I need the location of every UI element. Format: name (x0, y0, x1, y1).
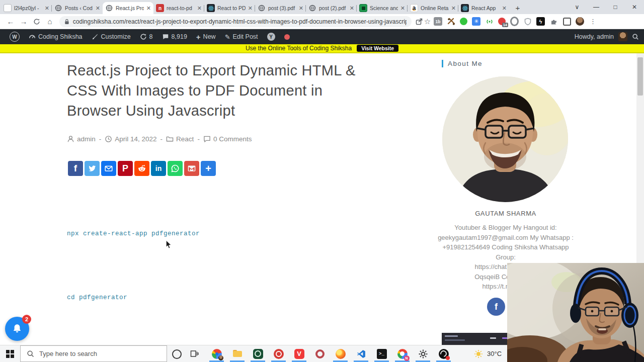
new-tab-button[interactable]: + (511, 1, 524, 14)
taskbar-apps: V>_ (206, 345, 454, 362)
tab-close-icon[interactable]: ✕ (45, 5, 49, 12)
post-author[interactable]: admin (67, 135, 96, 143)
admin-new[interactable]: + New (192, 29, 220, 44)
tab-close-icon[interactable]: ✕ (451, 5, 456, 12)
share-plus-share-icon[interactable]: + (201, 161, 216, 176)
tab-title: l2l4pz0jyl - (14, 5, 42, 11)
cortana-icon[interactable] (172, 349, 182, 359)
tab-close-icon[interactable]: ✕ (350, 5, 354, 12)
admin-search-icon[interactable] (632, 33, 639, 40)
post-category[interactable]: React (166, 135, 194, 143)
browser-tab[interactable]: Science and✕ (357, 2, 408, 14)
whatsapp-share-icon[interactable] (168, 161, 183, 176)
tab-close-icon[interactable]: ✕ (299, 5, 303, 12)
facebook-share-icon[interactable]: f (68, 161, 83, 176)
twitter-share-icon[interactable] (85, 161, 100, 176)
browser-toolbar: ← → ⌂ codingshiksha.com/react/react-js-p… (0, 14, 644, 29)
browser-tab[interactable]: l2l4pz0jyl -✕ (1, 2, 52, 14)
maximize-button[interactable]: □ (606, 0, 625, 14)
extension-square-icon[interactable] (563, 18, 571, 26)
minimize-button[interactable]: — (587, 0, 606, 14)
browser-tab[interactable]: React App✕ (458, 2, 509, 14)
browser-tab[interactable]: nreact-to-pd✕ (153, 2, 204, 14)
linkedin-share-icon[interactable]: in (151, 161, 166, 176)
taskbar-app-vscode[interactable] (351, 345, 371, 362)
sun-icon (474, 349, 483, 358)
taskbar-app-recorder-app[interactable] (268, 345, 289, 362)
admin-edit-post[interactable]: ✎ Edit Post (220, 29, 263, 44)
admin-comments[interactable]: 8,919 (157, 29, 192, 44)
back-icon[interactable]: ← (4, 15, 17, 28)
gmail-share-icon[interactable] (184, 161, 199, 176)
bio-line: Youtuber & Blogger My Hangout id: (434, 223, 578, 233)
browser-tab[interactable]: aOnline Reta✕ (408, 2, 458, 14)
admin-customize[interactable]: Customize (87, 29, 135, 44)
taskbar-app-settings[interactable] (413, 345, 433, 362)
extension-ring-icon[interactable] (510, 17, 519, 26)
admin-updates[interactable]: 8 (135, 29, 157, 44)
wp-logo[interactable]: W (5, 29, 24, 44)
scrollbar-thumb[interactable] (637, 57, 643, 96)
taskbar-app-chrome[interactable] (206, 345, 227, 362)
taskbar-search[interactable]: Type here to search (20, 345, 167, 362)
taskbar-app-terminal[interactable]: >_ (371, 345, 392, 362)
extensions-row: 1b ✳ 14 ϟ ⋮ (434, 17, 597, 26)
extension-broadcast-icon[interactable] (485, 17, 494, 26)
extension-green-circle-icon[interactable] (460, 18, 467, 25)
admin-avatar[interactable] (618, 32, 627, 41)
taskbar-app-firefox[interactable] (330, 345, 351, 362)
post-comments[interactable]: 0 Comments (203, 135, 252, 143)
extension-devtools-icon[interactable] (447, 17, 455, 26)
browser-tab[interactable]: React.js Pro✕ (103, 2, 153, 14)
facebook-follow-button[interactable]: f (487, 298, 505, 316)
extension-lightning-icon[interactable]: ϟ (536, 17, 545, 26)
taskbar-app-file-explorer[interactable] (227, 345, 248, 362)
taskbar-weather[interactable]: 30°C (474, 345, 502, 362)
taskbar-app-camera-app[interactable] (248, 345, 268, 362)
sidebar-heading: About Me (442, 60, 482, 67)
bookmark-star-icon[interactable]: ☆ (423, 17, 432, 26)
taskbar-app-chrome-notif[interactable] (392, 345, 413, 362)
extension-snowflake-icon[interactable]: ✳ (472, 17, 480, 26)
start-button[interactable] (6, 350, 14, 358)
tab-close-icon[interactable]: ✕ (248, 5, 253, 12)
browser-tab[interactable]: post (2).pdf✕ (306, 2, 357, 14)
temperature-label: 30°C (487, 350, 502, 357)
browser-tab[interactable]: post (3).pdf✕ (255, 2, 306, 14)
extension-1b-icon[interactable]: 1b (434, 17, 442, 26)
globe-favicon (308, 4, 316, 12)
task-view-icon[interactable] (190, 349, 199, 360)
extensions-puzzle-icon[interactable] (549, 17, 558, 26)
share-icon[interactable] (415, 17, 423, 26)
close-button[interactable]: ✕ (625, 0, 644, 14)
forward-icon[interactable]: → (17, 15, 30, 28)
code-snippet: npx create-react-app pdfgenerator (67, 230, 200, 237)
profile-avatar[interactable] (576, 17, 584, 26)
tab-close-icon[interactable]: ✕ (96, 5, 100, 12)
brush-icon (92, 33, 99, 40)
visit-website-button[interactable]: Visit Website (357, 45, 398, 52)
tab-close-icon[interactable]: ✕ (197, 5, 202, 12)
pinterest-share-icon[interactable]: P (118, 161, 133, 176)
tab-close-icon[interactable]: ✕ (146, 5, 151, 12)
taskbar-app-obs[interactable] (433, 345, 454, 362)
address-bar[interactable]: codingshiksha.com/react/react-js-project… (59, 16, 412, 27)
taskbar-app-ring-app[interactable] (309, 345, 330, 362)
tab-close-icon[interactable]: ✕ (400, 5, 405, 12)
taskbar-app-vivaldi[interactable]: V (289, 345, 309, 362)
admin-howdy[interactable]: Howdy, admin (575, 33, 614, 40)
extension-shield-icon[interactable] (523, 17, 532, 26)
extension-recorder-icon[interactable]: 14 (498, 18, 506, 25)
browser-menu-icon[interactable]: ⋮ (589, 17, 597, 26)
browser-tab[interactable]: React to PD✕ (204, 2, 255, 14)
browser-tab[interactable]: Posts ‹ Cod✕ (52, 2, 103, 14)
plus-icon: + (196, 33, 201, 41)
email-share-icon[interactable] (101, 161, 116, 176)
reddit-share-icon[interactable] (134, 161, 149, 176)
tab-close-icon[interactable]: ✕ (502, 5, 507, 12)
reload-icon[interactable] (30, 15, 43, 28)
admin-site-menu[interactable]: Coding Shiksha (24, 29, 87, 44)
tab-search-chevron-icon[interactable]: ∨ (568, 0, 587, 14)
home-icon[interactable]: ⌂ (43, 15, 56, 28)
yoast-seo-icon[interactable]: Y (263, 29, 280, 44)
